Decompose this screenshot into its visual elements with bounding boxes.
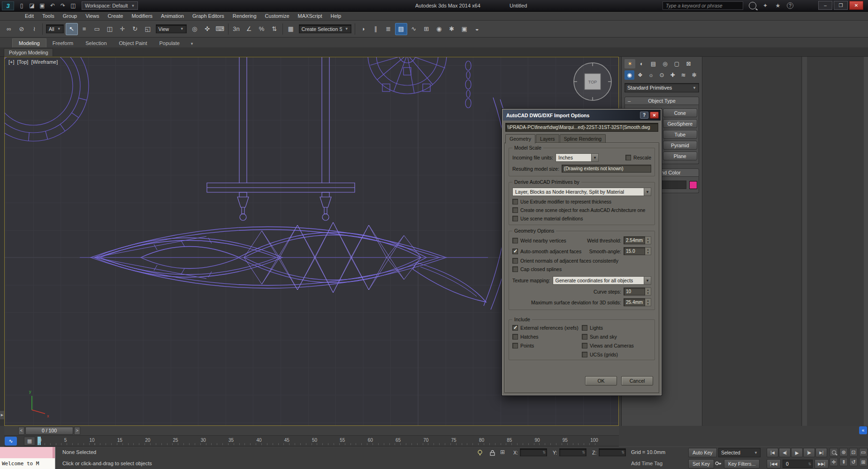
play-button[interactable]: ▶ [791,448,803,457]
dialog-titlebar[interactable]: AutoCAD DWG/DXF Import Options ? ✕ [503,110,661,121]
include-checkbox[interactable] [582,334,587,340]
maxscript-mini-listener-macro[interactable] [0,447,55,458]
incoming-units-combo[interactable]: Inches▼ [556,153,599,162]
track-bar[interactable]: ∿ ▦ 051015202530354045505560657075808590… [4,436,619,446]
app-logo-icon[interactable]: 3 [2,1,14,10]
schematic-view-icon[interactable]: ⊞ [420,23,433,35]
viewport-menu-shading[interactable]: [Wireframe] [31,59,58,65]
select-and-link-icon[interactable]: ∞ [3,23,15,35]
object-button-geosphere[interactable]: GeoSphere [663,119,698,128]
dialog-tab[interactable]: Layers [536,134,559,144]
menu-item[interactable]: MAXScript [294,12,327,20]
dialog-tab[interactable]: Spline Rendering [560,134,606,144]
maxscript-mini-listener-output[interactable]: Welcome to M [0,458,55,469]
ok-button[interactable]: OK [585,376,617,386]
object-button-pyramid[interactable]: Pyramid [663,141,698,150]
menu-item[interactable]: Edit [21,12,38,20]
select-object-icon[interactable]: ↖ [66,23,78,35]
render-setup-icon[interactable]: ✱ [446,23,458,35]
search-input[interactable]: Type a keyword or phrase [662,1,743,10]
selection-lock-icon[interactable] [489,449,496,456]
add-time-tag[interactable]: Add Time Tag [631,461,662,466]
object-button-tube[interactable]: Tube [663,130,698,139]
reference-coordinate-system-combo[interactable]: View▼ [156,24,187,33]
communication-center-icon[interactable]: ✦ [761,2,769,9]
next-frame-button[interactable]: |▶ [803,448,815,457]
set-key-button[interactable]: Set Key [688,459,714,469]
graphite-ribbon-icon[interactable]: ▤ [395,23,407,35]
auto-smooth-checkbox[interactable] [512,249,518,254]
spinner-snap-icon[interactable]: ⇅ [268,23,281,35]
rescale-checkbox[interactable] [625,155,631,160]
menu-item[interactable]: Views [81,12,103,20]
minimize-button[interactable]: – [818,1,832,10]
include-checkbox[interactable] [582,352,587,357]
help-icon[interactable]: ? [787,2,793,9]
key-mode-combo[interactable]: Selected▼ [718,448,761,457]
next-key-button[interactable]: ▶▶| [815,459,829,469]
menu-item[interactable]: Animation [157,12,188,20]
key-icon[interactable] [715,460,722,467]
tab-polygon-modeling[interactable]: Polygon Modeling [4,48,53,56]
auto-key-button[interactable]: Auto Key [688,448,717,457]
panel-divider-strip[interactable] [802,57,807,426]
derive-by-combo[interactable]: Layer, Blocks as Node Hierarchy, Split b… [512,188,651,196]
viewport-menu-plus[interactable]: [+] [8,59,15,65]
open-file-icon[interactable]: ◪ [27,1,37,10]
motion-tab-icon[interactable]: ◎ [660,59,670,68]
smooth-angle-spinner[interactable]: 15.0▲▼ [624,247,651,255]
utilities-tab-icon[interactable]: ⊠ [683,59,694,68]
keyboard-override-icon[interactable]: ⌨ [214,23,226,35]
dialog-tab[interactable]: Geometry [505,134,535,144]
viewport-menu-view[interactable]: [Top] [17,59,29,65]
ribbon-options-icon[interactable]: ▾ [188,40,196,47]
unlink-selection-icon[interactable]: ⊘ [15,23,28,35]
panel-scrollbar[interactable] [864,57,868,426]
mirror-icon[interactable]: ◑ [357,23,369,35]
weld-threshold-spinner[interactable]: 2.54mm▲▼ [624,236,651,244]
selection-filter-combo[interactable]: All▼ [46,24,64,33]
derive-option-checkbox[interactable] [512,216,518,221]
project-folder-icon[interactable]: ◫ [69,1,78,10]
geometry-category-icon[interactable]: ◉ [624,70,634,80]
object-color-swatch[interactable] [689,181,697,189]
hierarchy-tab-icon[interactable]: ▤ [648,59,659,68]
previous-key-button[interactable]: |◀◀ [767,459,781,469]
include-checkbox[interactable] [512,325,518,331]
ribbon-tab[interactable]: Modeling [12,38,46,47]
derive-option-checkbox[interactable] [512,199,518,204]
workspace-dropdown[interactable]: Workspace: Default▼ [82,1,138,10]
isolate-selection-icon[interactable] [477,449,484,456]
menu-item[interactable]: Rendering [228,12,261,20]
key-filters-button[interactable]: Key Filters... [724,459,760,469]
include-checkbox[interactable] [582,325,587,331]
primitives-category-combo[interactable]: Standard Primitives▼ [624,83,699,92]
menu-item[interactable]: Group [59,12,82,20]
named-selection-sets-combo[interactable]: Create Selection Se▼ [299,24,351,33]
spinner-icon[interactable]: ⇅ [808,462,812,466]
favorites-icon[interactable]: ★ [774,2,782,9]
new-file-icon[interactable]: ▯ [17,1,26,10]
percent-snap-icon[interactable]: % [256,23,268,35]
derive-option-checkbox[interactable] [512,207,518,213]
select-and-manipulate-icon[interactable]: ✜ [201,23,213,35]
window-crossing-icon[interactable]: ◫ [104,23,116,35]
align-icon[interactable]: ∥ [370,23,382,35]
go-to-start-button[interactable]: |◀ [767,448,778,457]
texture-mapping-combo[interactable]: Generate coordinates for all objects▼ [553,276,651,285]
include-checkbox[interactable] [582,343,587,348]
material-editor-icon[interactable]: ◉ [433,23,445,35]
dialog-close-button[interactable]: ✕ [650,112,659,119]
listener-scrollbar[interactable] [53,447,55,458]
undo-icon[interactable]: ↶ [48,1,57,10]
absolute-mode-icon[interactable]: ⊞ [500,449,505,455]
display-tab-icon[interactable]: ▢ [671,59,682,68]
maximize-button[interactable]: ❐ [834,1,848,10]
named-selection-sets-icon[interactable]: ▦ [285,23,297,35]
current-frame-field[interactable]: 0⇅ [783,460,813,468]
select-and-rotate-icon[interactable]: ↻ [129,23,141,35]
snaps-toggle-icon[interactable]: 3n [230,23,243,35]
close-button[interactable]: ✕ [849,1,863,10]
time-slider[interactable]: 0 / 100 [25,427,73,435]
maximize-viewport-icon[interactable]: ⊞ [859,458,868,466]
